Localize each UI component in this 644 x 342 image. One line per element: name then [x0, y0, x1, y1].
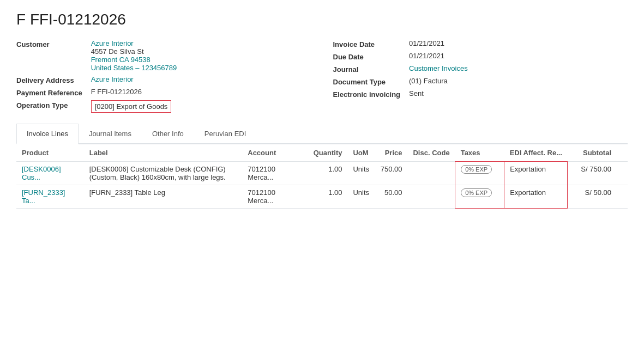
payment-value: F FFI-01212026 — [91, 88, 311, 97]
row1-tax-badge: 0% EXP — [461, 165, 492, 174]
tab-other-info[interactable]: Other Info — [142, 124, 194, 144]
table-row: [DESK0006] Cus... [DESK0006] Customizabl… — [16, 162, 628, 185]
col-header-subtotal: Subtotal — [568, 144, 617, 162]
row2-price: 50.00 — [375, 185, 407, 209]
row1-uom: Units — [347, 162, 375, 185]
tab-peruvian-edi[interactable]: Peruvian EDI — [194, 124, 257, 144]
einvoicing-label: Electronic invoicing — [333, 89, 401, 99]
payment-label: Payment Reference — [16, 88, 82, 97]
table-row: [FURN_2333] Ta... [FURN_2333] Table Leg … — [16, 185, 628, 209]
col-header-more — [617, 144, 628, 162]
row2-account: 7012100 Merca... — [242, 185, 308, 209]
customer-value: Azure Interior 4557 De Silva St Fremont … — [91, 39, 311, 72]
customer-addr2[interactable]: Fremont CA 94538 — [91, 56, 311, 64]
due-date-value: 01/21/2021 — [409, 52, 628, 61]
col-header-product: Product — [16, 144, 84, 162]
left-info: Customer Azure Interior 4557 De Silva St… — [16, 39, 311, 113]
row2-product[interactable]: [FURN_2333] Ta... — [16, 185, 84, 209]
row1-subtotal: S/ 750.00 — [568, 162, 617, 185]
col-header-edi: EDI Affect. Re... — [504, 144, 568, 162]
einvoicing-value: Sent — [409, 89, 628, 99]
invoice-date-label: Invoice Date — [333, 39, 401, 48]
row2-disc-code — [407, 185, 455, 209]
journal-label: Journal — [333, 64, 401, 74]
row1-label: [DESK0006] Customizable Desk (CONFIG) (C… — [84, 162, 243, 185]
col-header-label: Label — [84, 144, 243, 162]
customer-name[interactable]: Azure Interior — [91, 39, 311, 47]
row2-edi: Exportation — [504, 185, 568, 209]
journal-value[interactable]: Customer Invoices — [409, 64, 628, 74]
row1-more — [617, 162, 628, 185]
col-header-quantity: Quantity — [308, 144, 348, 162]
row2-quantity: 1.00 — [308, 185, 348, 209]
row1-taxes: 0% EXP — [455, 162, 504, 185]
invoice-date-value: 01/21/2021 — [409, 39, 628, 48]
operation-label: Operation Type — [16, 100, 82, 113]
tab-journal-items[interactable]: Journal Items — [79, 124, 142, 144]
col-header-uom: UoM — [347, 144, 375, 162]
row1-product[interactable]: [DESK0006] Cus... — [16, 162, 84, 185]
tab-invoice-lines[interactable]: Invoice Lines — [16, 124, 79, 144]
invoice-lines-table: Product Label Account Quantity UoM Price… — [16, 144, 628, 209]
row1-edi: Exportation — [504, 162, 568, 185]
col-header-price: Price — [375, 144, 407, 162]
row2-subtotal: S/ 50.00 — [568, 185, 617, 209]
row1-quantity: 1.00 — [308, 162, 348, 185]
delivery-value[interactable]: Azure Interior — [91, 75, 311, 84]
due-date-label: Due Date — [333, 52, 401, 61]
doc-type-value: (01) Factura — [409, 77, 628, 86]
delivery-label: Delivery Address — [16, 75, 82, 84]
row1-price: 750.00 — [375, 162, 407, 185]
row2-taxes: 0% EXP — [455, 185, 504, 209]
col-header-account: Account — [242, 144, 308, 162]
row1-account: 7012100 Merca... — [242, 162, 308, 185]
row2-tax-badge: 0% EXP — [461, 188, 492, 197]
doc-type-label: Document Type — [333, 77, 401, 86]
operation-value-container: [0200] Export of Goods — [91, 100, 311, 113]
row1-disc-code — [407, 162, 455, 185]
customer-addr3[interactable]: United States – 123456789 — [91, 64, 311, 72]
page-title: F FFI-01212026 — [16, 11, 628, 28]
row2-label: [FURN_2333] Table Leg — [84, 185, 243, 209]
operation-type-value: [0200] Export of Goods — [91, 100, 172, 113]
customer-addr1: 4557 De Silva St — [91, 47, 311, 56]
row2-more — [617, 185, 628, 209]
table-header-row: Product Label Account Quantity UoM Price… — [16, 144, 628, 162]
col-header-disc-code: Disc. Code — [407, 144, 455, 162]
tabs-bar: Invoice Lines Journal Items Other Info P… — [16, 124, 628, 144]
row2-uom: Units — [347, 185, 375, 209]
col-header-taxes: Taxes — [455, 144, 504, 162]
info-grid: Customer Azure Interior 4557 De Silva St… — [16, 39, 628, 113]
customer-label: Customer — [16, 39, 82, 72]
right-info: Invoice Date 01/21/2021 Due Date 01/21/2… — [333, 39, 628, 113]
